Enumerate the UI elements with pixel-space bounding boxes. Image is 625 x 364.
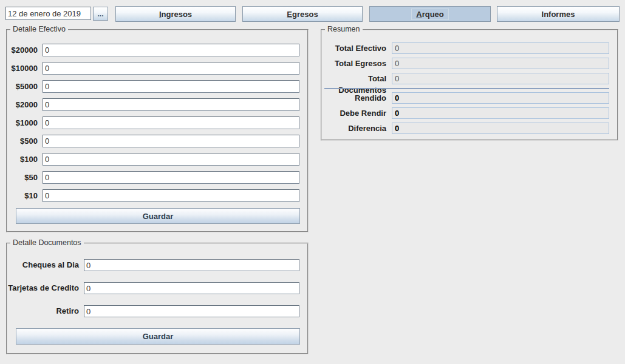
save-efectivo-button[interactable]: Guardar <box>16 208 300 224</box>
denomination-label-2000: $2000 <box>7 98 38 111</box>
ellipsis-icon: ... <box>97 10 103 18</box>
panel-title: Resumen <box>325 25 363 33</box>
denomination-label-10: $10 <box>7 189 38 202</box>
nav-button-label: Arqueo <box>411 8 449 20</box>
total-efectivo-field: 0 <box>392 42 609 54</box>
nav-button-ingresos[interactable]: Ingresos <box>115 6 236 22</box>
denomination-input-10[interactable] <box>43 189 299 202</box>
denomination-input-500[interactable] <box>43 135 299 147</box>
diferencia-label: Diferencia <box>322 123 386 134</box>
denomination-input-50[interactable] <box>43 171 299 184</box>
resumen-separator <box>324 88 609 89</box>
denomination-label-50: $50 <box>7 171 38 184</box>
total-documentos-field: 0 <box>392 73 609 84</box>
nav-button-egresos[interactable]: Egresos <box>242 6 363 22</box>
denomination-input-20000[interactable] <box>43 44 299 56</box>
panel-title: Detalle Efectivo <box>10 25 68 33</box>
panel-detalle-efectivo: Detalle Efectivo $20000 $10000 $5000 $20… <box>6 29 309 232</box>
denomination-input-1000[interactable] <box>43 116 299 129</box>
denomination-input-2000[interactable] <box>43 98 299 111</box>
tarjetas-label: Tarjetas de Credito <box>7 282 79 294</box>
date-picker-button[interactable]: ... <box>93 7 108 21</box>
date-input[interactable] <box>5 7 91 20</box>
denomination-label-500: $500 <box>7 135 38 147</box>
nav-button-arqueo[interactable]: Arqueo <box>369 6 491 22</box>
panel-resumen: Resumen Total Efectivo 0 Total Egresos 0… <box>321 29 618 141</box>
denomination-input-10000[interactable] <box>43 62 299 75</box>
rendido-label: Rendido <box>322 92 386 104</box>
panel-title: Detalle Documentos <box>10 238 84 247</box>
retiro-label: Retiro <box>7 305 79 317</box>
panel-detalle-documentos: Detalle Documentos Cheques al Dia Tarjet… <box>6 243 309 354</box>
denomination-input-5000[interactable] <box>43 80 299 93</box>
denomination-label-5000: $5000 <box>7 80 38 93</box>
cheques-label: Cheques al Dia <box>7 259 79 271</box>
denomination-label-10000: $10000 <box>7 62 38 75</box>
total-egresos-label: Total Egresos <box>322 58 386 69</box>
debe-rendir-field: 0 <box>392 107 609 119</box>
denomination-label-1000: $1000 <box>7 116 38 129</box>
tarjetas-input[interactable] <box>84 282 299 294</box>
nav-button-label: Informes <box>537 8 580 20</box>
denomination-label-100: $100 <box>7 153 38 166</box>
total-efectivo-label: Total Efectivo <box>322 42 386 54</box>
denomination-input-100[interactable] <box>43 153 299 166</box>
retiro-input[interactable] <box>84 305 299 317</box>
total-egresos-field: 0 <box>392 58 609 69</box>
debe-rendir-label: Debe Rendir <box>322 107 386 119</box>
nav-button-label: Ingresos <box>154 8 197 20</box>
nav-button-label: Egresos <box>282 8 323 20</box>
nav-button-informes[interactable]: Informes <box>497 6 620 22</box>
diferencia-field: 0 <box>392 123 609 134</box>
cheques-input[interactable] <box>84 259 299 271</box>
save-documentos-button[interactable]: Guardar <box>16 328 300 345</box>
rendido-field: 0 <box>392 92 609 104</box>
denomination-label-20000: $20000 <box>7 44 38 56</box>
